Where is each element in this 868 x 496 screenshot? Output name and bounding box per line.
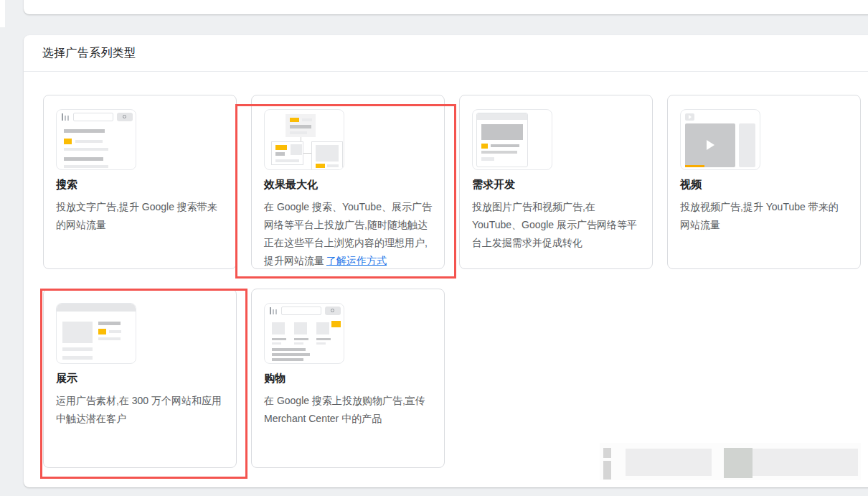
magnifier-icon: [123, 115, 126, 118]
annotation-box-performance-max: [235, 104, 456, 279]
progress-bar-shape: [685, 165, 704, 167]
demand-gen-feed-illustration-icon: [472, 109, 552, 170]
serp-text-ad-illustration-icon: [56, 109, 136, 170]
card-title-search: 搜索: [56, 178, 224, 192]
search-box-shape: [73, 113, 113, 121]
search-box-shape: [281, 307, 321, 315]
play-icon: [689, 115, 692, 119]
annotation-box-display: [40, 289, 247, 479]
card-title-video: 视频: [680, 178, 848, 192]
card-title-demand-gen: 需求开发: [472, 178, 640, 192]
card-desc-demand-gen: 投放图片广告和视频广告,在 YouTube、Google 展示广告网络等平台上发…: [472, 198, 640, 252]
magnifier-icon: [331, 309, 334, 312]
video-player-illustration-icon: [680, 109, 760, 170]
campaign-card-video[interactable]: 视频 投放视频广告,提升 YouTube 带来的网站流量: [667, 95, 861, 269]
youtube-logo-shape: [685, 113, 694, 121]
redacted-region: [600, 443, 861, 480]
search-button-shape: [117, 113, 133, 121]
panel-header: 选择广告系列类型: [24, 35, 868, 72]
card-title-shopping: 购物: [264, 372, 432, 385]
campaign-card-shopping[interactable]: 购物 在 Google 搜索上投放购物广告,宣传 Merchant Center…: [251, 289, 445, 468]
left-edge-sliver: [0, 0, 5, 27]
search-button-shape: [325, 307, 341, 315]
previous-step-panel: [24, 0, 868, 14]
shopping-results-illustration-icon: [264, 303, 344, 364]
campaign-card-demand-gen[interactable]: 需求开发 投放图片广告和视频广告,在 YouTube、Google 展示广告网络…: [459, 95, 653, 269]
page-title: 选择广告系列类型: [42, 46, 136, 61]
campaign-card-search[interactable]: 搜索 投放文字广告,提升 Google 搜索带来的网站流量: [43, 95, 237, 269]
video-frame-shape: [685, 123, 735, 167]
card-desc-search: 投放文字广告,提升 Google 搜索带来的网站流量: [56, 198, 224, 234]
play-icon: [707, 140, 714, 150]
card-desc-video: 投放视频广告,提升 YouTube 带来的网站流量: [680, 198, 848, 234]
card-desc-shopping: 在 Google 搜索上投放购物广告,宣传 Merchant Center 中的…: [264, 392, 432, 428]
